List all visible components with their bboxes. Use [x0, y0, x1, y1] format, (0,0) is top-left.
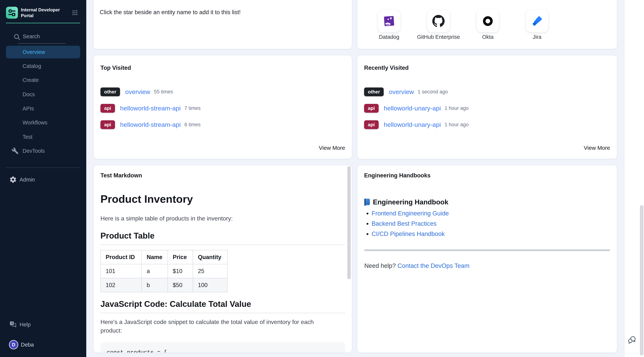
kind-badge: api [364, 104, 379, 113]
sidebar-item-admin[interactable]: Admin [6, 173, 80, 186]
okta-icon [482, 15, 494, 27]
sidebar-item-apis[interactable]: APIs [6, 102, 80, 115]
heading-rule [100, 313, 345, 313]
sidebar-item-devtools[interactable]: DevTools [6, 145, 80, 157]
view-more-button[interactable]: View More [584, 145, 610, 151]
view-more-button[interactable]: View More [319, 145, 345, 151]
avatar: D [9, 340, 18, 349]
column-header: Product ID [100, 250, 142, 264]
sidebar-item-docs[interactable]: Docs [6, 88, 80, 101]
help-line: Need help? Contact the DevOps Team [364, 262, 470, 269]
tool-jira[interactable] [526, 10, 548, 32]
admin-label: Admin [20, 177, 35, 183]
feedback-chat-icon[interactable] [627, 335, 637, 345]
visit-time: 1 hour ago [444, 122, 469, 128]
visited-row: api helloworld-stream-api 7 times [100, 103, 201, 113]
recently-visited-card: Recently Visited other overview 1 second… [358, 56, 617, 159]
entity-link[interactable]: overview [389, 88, 414, 96]
starred-entities-card: Click the star beside an entity name to … [94, 0, 352, 49]
user-name: Deba [21, 342, 34, 348]
visited-row: other overview 55 times [100, 87, 173, 97]
brand: Internal Developer Portal [6, 7, 81, 19]
visit-count: 55 times [154, 89, 173, 95]
main-content: Click the star beside an entity name to … [86, 0, 624, 357]
search-placeholder: Search [23, 33, 40, 40]
sidebar-item-workflows[interactable]: Workflows [6, 116, 80, 129]
user-menu[interactable]: D Deba [6, 338, 80, 351]
sidebar-item-label: Overview [22, 49, 45, 55]
code-snippet: const products = [ [107, 349, 167, 352]
sidebar-divider [6, 168, 80, 168]
table-cell: $10 [168, 264, 193, 278]
top-visited-card: Top Visited other overview 55 times api … [94, 56, 352, 159]
contact-devops-link[interactable]: Contact the DevOps Team [398, 262, 470, 269]
table-row: 101 a $10 25 [100, 264, 227, 278]
engineering-handbooks-card: Engineering Handbooks Engineering Handbo… [358, 165, 617, 352]
card-scrollbar-thumb[interactable] [347, 166, 351, 279]
toolkit-card: Datadog GitHub Enterprise Okta Jira [358, 0, 617, 49]
column-header: Name [142, 250, 168, 264]
right-utility-strip [624, 0, 644, 357]
handbook-section-heading: Engineering Handbook [364, 198, 448, 206]
visited-row: api helloworld-unary-api 1 hour ago [364, 103, 469, 113]
avatar-initial: D [12, 342, 15, 347]
handbook-link[interactable]: CI/CD Pipelines Handbook [372, 230, 445, 237]
search-icon [13, 33, 21, 41]
markdown-h1: Product Inventory [100, 193, 193, 205]
sidebar-item-label: Catalog [22, 63, 41, 69]
sidebar-item-overview[interactable]: Overview [6, 46, 80, 58]
entity-link[interactable]: helloworld-unary-api [384, 105, 441, 112]
kind-badge: other [364, 88, 384, 96]
tool-datadog[interactable] [378, 10, 400, 32]
handbook-link[interactable]: Frontend Engineering Guide [372, 210, 449, 217]
github-icon [432, 15, 444, 27]
visit-count: 7 times [184, 105, 201, 111]
apps-grid-icon[interactable] [72, 10, 78, 16]
table-cell: b [142, 278, 168, 292]
page-scrollbar-thumb[interactable] [640, 205, 644, 355]
sidebar-item-label: Docs [22, 91, 35, 98]
list-item: CI/CD Pipelines Handbook [372, 231, 449, 237]
search-input[interactable]: Search [6, 31, 80, 44]
entity-link[interactable]: helloworld-stream-api [120, 121, 181, 128]
sidebar-accent-divider [6, 23, 80, 23]
sidebar-item-test[interactable]: Test [6, 131, 80, 143]
kind-badge: other [100, 88, 120, 96]
help-label: Help [20, 321, 31, 328]
kind-badge: api [100, 104, 115, 113]
sidebar-item-catalog[interactable]: Catalog [6, 60, 80, 72]
tool-okta[interactable] [477, 10, 499, 32]
tool-label: Okta [464, 34, 512, 40]
entity-link[interactable]: helloworld-stream-api [120, 105, 181, 112]
sidebar-item-label: APIs [22, 106, 34, 112]
visit-time: 1 hour ago [444, 105, 469, 111]
wrench-icon [12, 147, 19, 154]
card-title: Top Visited [100, 65, 131, 71]
datadog-icon [383, 15, 395, 27]
table-row: 102 b $50 100 [100, 278, 227, 292]
entity-link[interactable]: overview [125, 88, 150, 96]
app-logo-icon [6, 7, 18, 19]
visited-row: api helloworld-unary-api 1 hour ago [364, 119, 469, 130]
table-cell: 102 [100, 278, 142, 292]
table-cell: a [142, 264, 168, 278]
handbook-link[interactable]: Backend Best Practices [372, 220, 436, 227]
sidebar-item-label: Workflows [22, 120, 47, 126]
table-cell: 25 [193, 264, 227, 278]
tool-label: Jira [513, 34, 561, 40]
help-chat-icon: ? [9, 321, 17, 328]
markdown-h2-js-code: JavaScript Code: Calculate Total Value [100, 299, 345, 309]
sidebar-item-label: Test [22, 134, 32, 140]
sidebar-item-create[interactable]: Create [6, 74, 80, 86]
handbook-links-list: Frontend Engineering Guide Backend Best … [372, 210, 449, 241]
markdown-paragraph: Here's a JavaScript code snippet to calc… [100, 318, 324, 335]
entity-link[interactable]: helloworld-unary-api [384, 121, 441, 128]
tool-label: Datadog [365, 34, 413, 40]
sidebar: Internal Developer Portal Search Overvie… [0, 0, 86, 357]
code-block: const products = [ [100, 342, 345, 352]
tool-github-enterprise[interactable] [427, 10, 450, 32]
heading-rule [100, 244, 345, 245]
product-table: Product ID Name Price Quantity 101 a $10… [100, 250, 228, 292]
table-cell: $50 [168, 278, 193, 292]
sidebar-item-help[interactable]: ? Help [6, 318, 80, 331]
